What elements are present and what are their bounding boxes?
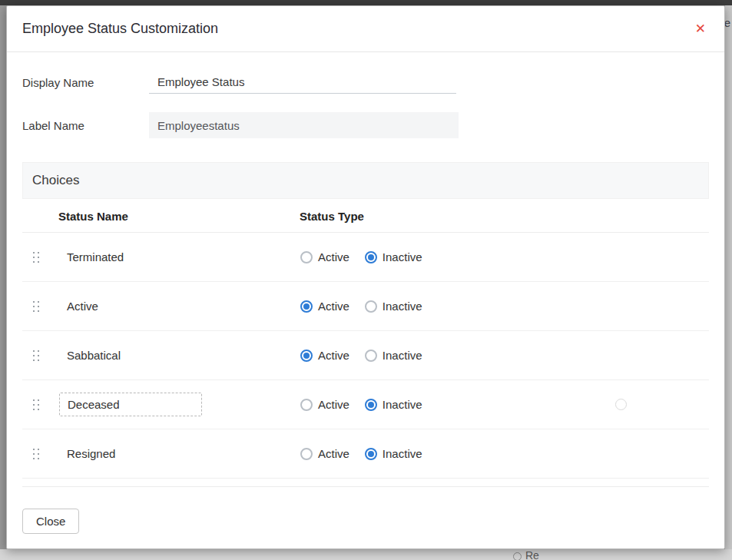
close-icon[interactable]: ✕ bbox=[692, 19, 709, 38]
status-name[interactable]: Resigned bbox=[67, 447, 115, 460]
label-name-input bbox=[149, 112, 459, 138]
status-type-radios: Active Inactive bbox=[300, 300, 422, 313]
radio-active[interactable]: Active bbox=[300, 447, 349, 460]
radio-active[interactable]: Active bbox=[300, 349, 349, 362]
radio-label: Active bbox=[318, 349, 349, 362]
modal-title: Employee Status Customization bbox=[22, 21, 692, 37]
radio-label: Inactive bbox=[383, 447, 422, 460]
modal-header: Employee Status Customization ✕ bbox=[7, 6, 724, 52]
backdrop-right-strip bbox=[725, 5, 732, 560]
radio-label: Inactive bbox=[383, 398, 422, 411]
status-name[interactable]: Terminated bbox=[67, 250, 124, 263]
column-header-status-name: Status Name bbox=[58, 209, 128, 222]
choice-row-sabbatical: Sabbatical Active Inactive bbox=[22, 331, 709, 380]
choice-row-active: Active Active Inactive bbox=[22, 282, 709, 331]
modal-body: Display Name Label Name Choices Status N… bbox=[7, 71, 724, 534]
status-type-radios: Active Inactive bbox=[300, 250, 422, 263]
choices-section-title: Choices bbox=[32, 173, 79, 188]
modal-footer: Close bbox=[22, 487, 709, 534]
choice-row-resigned: Resigned Active Inactive bbox=[22, 429, 709, 479]
display-name-field-row: Display Name bbox=[22, 71, 709, 94]
drag-handle-icon[interactable] bbox=[31, 398, 41, 412]
choices-section-header: Choices bbox=[22, 162, 709, 199]
radio-label: Inactive bbox=[383, 250, 422, 263]
choices-table: Status Name Status Type Terminated Activ… bbox=[22, 199, 709, 487]
radio-active[interactable]: Active bbox=[300, 398, 349, 411]
drag-handle-icon[interactable] bbox=[31, 349, 41, 363]
status-name[interactable]: Sabbatical bbox=[67, 349, 121, 362]
radio-circle-icon bbox=[300, 300, 313, 313]
radio-inactive[interactable]: Inactive bbox=[365, 250, 422, 263]
radio-label: Inactive bbox=[383, 300, 422, 313]
drag-handle-icon[interactable] bbox=[31, 250, 41, 264]
radio-label: Active bbox=[318, 250, 349, 263]
radio-active[interactable]: Active bbox=[300, 250, 349, 263]
backdrop-top-strip bbox=[0, 0, 732, 5]
status-type-radios: Active Inactive bbox=[300, 447, 422, 460]
drag-handle-icon[interactable] bbox=[31, 300, 41, 313]
radio-circle-icon bbox=[365, 300, 377, 313]
backdrop-bottom-strip bbox=[0, 549, 732, 560]
radio-label: Active bbox=[318, 398, 349, 411]
status-type-radios: Active Inactive bbox=[300, 398, 422, 411]
radio-circle-icon bbox=[300, 350, 313, 362]
radio-circle-icon bbox=[300, 251, 313, 263]
radio-inactive[interactable]: Inactive bbox=[365, 447, 422, 460]
label-name-label: Label Name bbox=[22, 119, 149, 132]
status-name-edit-input[interactable] bbox=[59, 393, 202, 416]
clear-row-icon[interactable] bbox=[615, 399, 627, 410]
radio-inactive[interactable]: Inactive bbox=[365, 300, 422, 313]
employee-status-customization-modal: Employee Status Customization ✕ Display … bbox=[6, 5, 725, 549]
radio-label: Active bbox=[318, 447, 349, 460]
choice-row-terminated: Terminated Active Inactive bbox=[22, 233, 709, 282]
radio-active[interactable]: Active bbox=[300, 300, 349, 313]
choice-row-deceased: Active Inactive bbox=[22, 380, 709, 429]
label-name-field-row: Label Name bbox=[22, 112, 709, 138]
radio-circle-icon bbox=[300, 399, 313, 411]
radio-circle-icon bbox=[365, 448, 377, 460]
radio-circle-icon bbox=[365, 251, 377, 263]
radio-inactive[interactable]: Inactive bbox=[365, 349, 422, 362]
display-name-input[interactable] bbox=[149, 71, 456, 94]
background-text-fragment: Re bbox=[513, 549, 539, 560]
close-button[interactable]: Close bbox=[22, 509, 79, 534]
background-radio-icon bbox=[513, 552, 522, 560]
status-name[interactable]: Active bbox=[67, 300, 98, 313]
choices-table-header: Status Name Status Type bbox=[22, 199, 709, 233]
radio-circle-icon bbox=[300, 448, 313, 460]
column-header-status-type: Status Type bbox=[300, 209, 364, 222]
display-name-label: Display Name bbox=[22, 76, 149, 89]
radio-circle-icon bbox=[365, 350, 377, 362]
radio-inactive[interactable]: Inactive bbox=[365, 398, 422, 411]
radio-label: Active bbox=[318, 300, 349, 313]
status-type-radios: Active Inactive bbox=[300, 349, 422, 362]
drag-handle-icon[interactable] bbox=[31, 447, 41, 461]
radio-circle-icon bbox=[365, 399, 377, 411]
radio-label: Inactive bbox=[383, 349, 422, 362]
